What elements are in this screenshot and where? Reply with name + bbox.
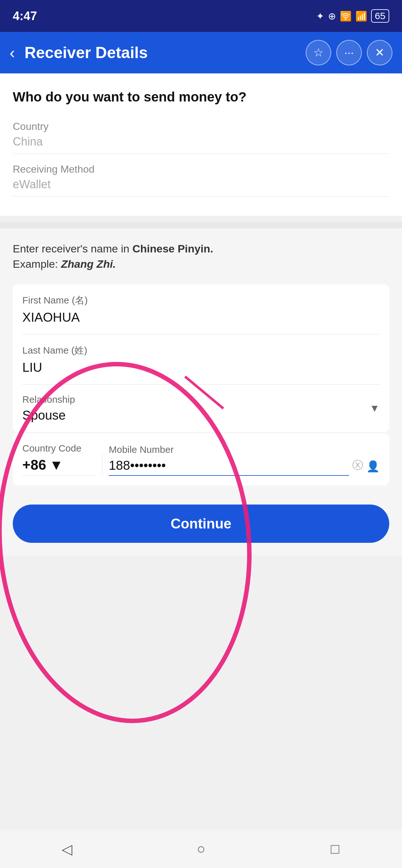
last-name-row[interactable]: Last Name (姓) LIU [22, 335, 380, 384]
status-icons: ✦ ⊕ 🛜 📶 65 [316, 9, 389, 23]
signal-icon: 📶 [355, 10, 367, 22]
first-name-value: XIAOHUA [22, 310, 380, 324]
close-button[interactable]: ✕ [367, 40, 393, 65]
last-name-label: Last Name (姓) [22, 344, 380, 357]
name-relationship-card: First Name (名) XIAOHUA Last Name (姓) LIU… [13, 284, 389, 432]
country-code-value: +86 ▼ [22, 457, 96, 476]
system-back-button[interactable]: ◁ [54, 836, 80, 862]
system-home-button[interactable]: ○ [188, 836, 214, 862]
relationship-value: Spouse [22, 408, 75, 423]
favorite-button[interactable]: ☆ [306, 40, 331, 65]
more-icon: ··· [344, 46, 354, 59]
section-divider [0, 222, 402, 228]
phone-book-icon[interactable]: 👤 [366, 460, 380, 473]
relationship-row[interactable]: Relationship Spouse ▼ [22, 384, 380, 432]
section-question: Who do you want to send money to? [13, 89, 389, 105]
continue-section: Continue [13, 504, 389, 543]
page-title: Receiver Details [25, 43, 299, 62]
home-circle-icon: ○ [197, 841, 206, 857]
mobile-label: Mobile Number [109, 444, 349, 455]
country-code-label: Country Code [22, 443, 96, 454]
bluetooth-icon: ✦ [316, 10, 324, 22]
phone-row: Country Code +86 ▼ Mobile Number 188••••… [13, 433, 389, 485]
receiving-method-field[interactable]: Receiving Method eWallet [13, 163, 389, 196]
country-value: China [13, 135, 389, 154]
status-time: 4:47 [13, 9, 37, 23]
method-label: Receiving Method [13, 163, 389, 175]
system-recents-button[interactable]: □ [322, 836, 348, 862]
phone-divider [102, 454, 102, 476]
nav-bar: ‹ Receiver Details ☆ ··· ✕ [0, 32, 402, 73]
wifi-icon: 🛜 [340, 10, 351, 22]
close-icon: ✕ [375, 46, 384, 59]
relationship-label: Relationship [22, 394, 75, 405]
continue-button[interactable]: Continue [13, 504, 389, 543]
receiver-details-section: Enter receiver's name in Chinese Pinyin.… [0, 228, 402, 556]
mobile-section: Mobile Number 188•••••••• ⓧ 👤 [109, 444, 380, 476]
more-button[interactable]: ··· [336, 40, 362, 65]
country-method-section: Who do you want to send money to? Countr… [0, 73, 402, 216]
last-name-value: LIU [22, 360, 380, 375]
hint-line1: Enter receiver's name in Chinese Pinyin. [13, 243, 213, 255]
first-name-row[interactable]: First Name (名) XIAOHUA [22, 284, 380, 335]
bottom-nav: ◁ ○ □ [0, 830, 402, 868]
back-button[interactable]: ‹ [9, 43, 15, 62]
mobile-value: 188•••••••• [109, 458, 349, 476]
battery-indicator: 65 [371, 9, 389, 23]
relationship-dropdown-arrow: ▼ [369, 402, 380, 414]
country-label: Country [13, 121, 389, 132]
status-bar: 4:47 ✦ ⊕ 🛜 📶 65 [0, 0, 402, 32]
recents-square-icon: □ [331, 841, 339, 857]
hint-line2: Example: Zhang Zhi. [13, 258, 116, 270]
country-field[interactable]: Country China [13, 121, 389, 154]
method-value: eWallet [13, 178, 389, 196]
hint-text: Enter receiver's name in Chinese Pinyin.… [13, 241, 389, 272]
location-icon: ⊕ [328, 10, 336, 22]
mobile-input-wrapper[interactable]: Mobile Number 188•••••••• [109, 444, 349, 476]
back-triangle-icon: ◁ [62, 841, 72, 857]
first-name-label: First Name (名) [22, 294, 380, 307]
clear-input-icon[interactable]: ⓧ [352, 458, 363, 473]
star-icon: ☆ [313, 46, 323, 59]
country-code-section[interactable]: Country Code +86 ▼ [22, 443, 96, 476]
country-code-dropdown-arrow: ▼ [50, 457, 63, 473]
nav-actions: ☆ ··· ✕ [306, 40, 393, 65]
